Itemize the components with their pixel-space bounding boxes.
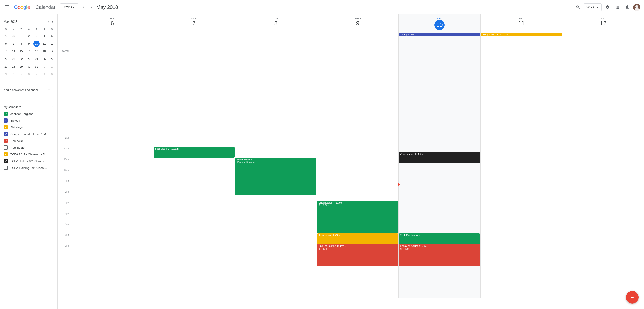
time-cell[interactable] — [71, 266, 153, 277]
time-cell[interactable] — [562, 82, 644, 93]
time-cell[interactable] — [317, 136, 399, 147]
time-cell[interactable] — [153, 277, 235, 287]
event-block[interactable]: Assignment, 4:29pm — [317, 233, 398, 244]
menu-button[interactable] — [4, 3, 11, 11]
time-cell[interactable] — [235, 60, 317, 71]
time-cell[interactable] — [480, 277, 562, 287]
time-cell[interactable] — [480, 71, 562, 82]
time-cell[interactable] — [480, 93, 562, 104]
time-cell[interactable] — [71, 60, 153, 71]
time-cell[interactable] — [71, 212, 153, 223]
time-cell[interactable] — [317, 179, 399, 190]
event-block[interactable]: Spelling Test on Thursd...5 – 6pm — [317, 244, 398, 266]
time-cell[interactable] — [317, 49, 399, 60]
time-cell[interactable] — [71, 147, 153, 158]
time-cell[interactable] — [562, 125, 644, 136]
time-cell[interactable] — [235, 244, 317, 255]
mini-cal-day[interactable]: 13 — [2, 48, 10, 55]
mini-cal-day[interactable]: 2 — [48, 63, 56, 70]
time-cell[interactable] — [71, 277, 153, 287]
calendar-item[interactable]: Jennifer Bergland — [0, 110, 58, 117]
calendar-item[interactable]: Birthdays — [0, 124, 58, 131]
time-cell[interactable] — [235, 114, 317, 125]
time-cell[interactable] — [71, 93, 153, 104]
time-cell[interactable] — [480, 190, 562, 201]
my-calendars-header[interactable]: My calendars ⌃ — [0, 103, 58, 110]
mini-cal-day[interactable]: 14 — [10, 48, 17, 55]
time-grid-wrapper[interactable]: GMT-059am10am11am12pm1pm2pm3pm4pm5pm6pm7… — [58, 39, 644, 309]
time-cell[interactable] — [398, 212, 480, 223]
day-header[interactable]: Fri11 — [480, 14, 562, 32]
calendar-item[interactable]: TCEA 2017 - Classroom Tr... — [0, 151, 58, 158]
time-cell[interactable] — [235, 104, 317, 114]
event-block[interactable]: Cheerleader Practice3 – 4:30pm — [317, 201, 398, 233]
time-cell[interactable] — [71, 158, 153, 168]
time-cell[interactable] — [153, 179, 235, 190]
time-cell[interactable] — [480, 201, 562, 212]
time-cell[interactable] — [235, 277, 317, 287]
time-cell[interactable] — [480, 49, 562, 60]
time-cell[interactable] — [235, 147, 317, 158]
day-header[interactable]: Thu10 — [398, 14, 480, 32]
time-cell[interactable] — [480, 147, 562, 158]
time-cell[interactable] — [71, 49, 153, 60]
event-block[interactable]: Essay on Cause of U.S.5 – 6pm — [399, 244, 480, 266]
mini-cal-day[interactable]: 1 — [40, 63, 48, 70]
mini-cal-day[interactable]: 1 — [18, 32, 25, 40]
time-cell[interactable] — [480, 39, 562, 49]
time-cell[interactable] — [317, 266, 399, 277]
mini-cal-day[interactable]: 11 — [40, 40, 48, 47]
allday-event[interactable]: Assignment: KWL - Thi — [481, 33, 562, 36]
time-cell[interactable] — [153, 104, 235, 114]
time-cell[interactable] — [317, 114, 399, 125]
time-cell[interactable] — [153, 60, 235, 71]
time-cell[interactable] — [480, 104, 562, 114]
time-cell[interactable] — [398, 223, 480, 233]
time-cell[interactable] — [398, 201, 480, 212]
time-cell[interactable] — [480, 168, 562, 179]
time-cell[interactable] — [235, 136, 317, 147]
cal-checkbox[interactable] — [4, 132, 8, 136]
time-cell[interactable] — [235, 201, 317, 212]
time-cell[interactable] — [71, 125, 153, 136]
search-button[interactable] — [574, 3, 582, 11]
time-cell[interactable] — [153, 168, 235, 179]
time-cell[interactable] — [480, 244, 562, 255]
mini-cal-day[interactable]: 3 — [33, 32, 40, 40]
mini-cal-day[interactable]: 7 — [33, 71, 40, 78]
add-coworker-calendar[interactable]: Add a coworker's calendar + — [0, 86, 54, 94]
mini-cal-day[interactable]: 5 — [48, 32, 56, 40]
time-cell[interactable] — [153, 114, 235, 125]
cal-checkbox[interactable] — [4, 139, 8, 143]
day-header[interactable]: Sun6 — [71, 14, 153, 32]
time-cell[interactable] — [562, 147, 644, 158]
time-cell[interactable] — [562, 93, 644, 104]
event-block[interactable]: Staff Meeting, 4pm — [399, 233, 480, 244]
time-cell[interactable] — [562, 233, 644, 244]
mini-cal-day[interactable]: 23 — [25, 55, 32, 63]
time-cell[interactable] — [317, 158, 399, 168]
time-cell[interactable] — [153, 71, 235, 82]
time-cell[interactable] — [317, 82, 399, 93]
day-header[interactable]: Wed9 — [317, 14, 399, 32]
time-cell[interactable] — [317, 60, 399, 71]
time-cell[interactable] — [235, 39, 317, 49]
time-cell[interactable] — [153, 125, 235, 136]
day-header[interactable]: Sat12 — [562, 14, 644, 32]
calendar-item[interactable]: TCEA History 101 Chrome... — [0, 158, 58, 164]
mini-cal-day[interactable]: 8 — [40, 71, 48, 78]
time-cell[interactable] — [317, 287, 399, 298]
cal-checkbox[interactable] — [4, 152, 8, 156]
time-cell[interactable] — [153, 266, 235, 277]
time-cell[interactable] — [153, 39, 235, 49]
time-cell[interactable] — [153, 212, 235, 223]
time-cell[interactable] — [317, 168, 399, 179]
time-cell[interactable] — [71, 114, 153, 125]
event-block[interactable]: Staff Meeting -, 10am — [154, 147, 234, 158]
calendar-item[interactable]: Homework — [0, 137, 58, 144]
cal-checkbox[interactable] — [4, 125, 8, 129]
time-cell[interactable] — [480, 60, 562, 71]
time-cell[interactable] — [398, 82, 480, 93]
mini-cal-day[interactable]: 3 — [2, 71, 10, 78]
time-cell[interactable] — [562, 277, 644, 287]
